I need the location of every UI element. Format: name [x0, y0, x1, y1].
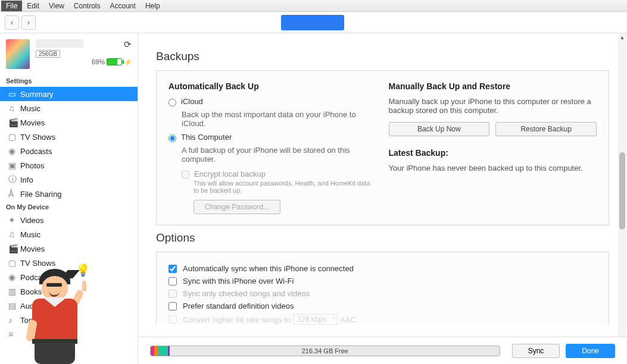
sidebar-item-music2[interactable]: ♫Music: [0, 227, 138, 241]
sidebar-item-movies[interactable]: 🎬Movies: [0, 115, 138, 130]
music-icon: ♫: [8, 103, 20, 113]
summary-icon: ▭: [8, 89, 20, 99]
sidebar-item-more[interactable]: ≡: [0, 327, 138, 341]
filesharing-icon: Å: [8, 189, 20, 199]
sidebar-item-tvshows[interactable]: ▢TV Shows: [0, 130, 138, 144]
sidebar-item-tones[interactable]: ♪Tones: [0, 313, 138, 327]
checkedonly-checkbox[interactable]: [169, 290, 177, 298]
sidebar-item-tvshows2[interactable]: ▢TV Shows: [0, 256, 138, 270]
restore-backup-button[interactable]: Restore Backup: [495, 122, 597, 136]
menu-account[interactable]: Account: [105, 1, 141, 11]
navbar: ‹ ›: [0, 12, 627, 33]
podcast-icon: ◉: [8, 272, 20, 282]
options-heading: Options: [156, 231, 609, 244]
sidebar-item-audiobooks[interactable]: ▤Audiobooks: [0, 299, 138, 313]
capacity-tag: 256GB: [36, 50, 60, 58]
scroll-thumb[interactable]: [619, 152, 625, 230]
scrollbar[interactable]: ▲: [618, 33, 626, 337]
backups-heading: Backups: [156, 50, 609, 63]
device-name: [36, 39, 83, 48]
podcast-icon: ◉: [8, 146, 20, 156]
sidebar-item-photos[interactable]: ▣Photos: [0, 158, 138, 172]
bitrate-dropdown[interactable]: 128 kbps: [293, 314, 338, 325]
sdvideo-checkbox[interactable]: [169, 302, 177, 310]
sidebar-item-info[interactable]: ⓘInfo: [0, 172, 138, 187]
storage-bar: 216.34 GB Free: [150, 346, 500, 356]
sidebar-item-podcasts2[interactable]: ◉Podcasts: [0, 270, 138, 284]
thiscomputer-radio[interactable]: [169, 134, 176, 142]
settings-section-title: Settings: [0, 75, 138, 87]
storage-free-label: 216.34 GB Free: [151, 347, 500, 354]
manual-backup-subtext: Manually back up your iPhone to this com…: [389, 97, 597, 115]
forward-button[interactable]: ›: [21, 15, 36, 30]
photos-icon: ▣: [8, 161, 20, 170]
tv-icon: ▢: [8, 132, 20, 142]
encrypt-checkbox[interactable]: [182, 171, 189, 178]
options-panel: Automatically sync when this iPhone is c…: [156, 252, 609, 325]
sidebar-item-videos[interactable]: ✦Videos: [0, 213, 138, 227]
sync-button[interactable]: Sync: [512, 344, 560, 358]
sidebar-item-filesharing[interactable]: ÅFile Sharing: [0, 187, 138, 201]
center-button[interactable]: [281, 15, 344, 30]
menu-help[interactable]: Help: [141, 1, 165, 11]
done-button[interactable]: Done: [566, 344, 615, 358]
tv-icon: ▢: [8, 258, 20, 268]
backup-now-button[interactable]: Back Up Now: [389, 122, 490, 136]
menu-edit[interactable]: Edit: [22, 1, 44, 11]
sidebar-item-music[interactable]: ♫Music: [0, 101, 138, 115]
icloud-subtext: Back up the most important data on your …: [182, 110, 377, 128]
more-icon: ≡: [8, 330, 20, 339]
autosync-checkbox[interactable]: [169, 265, 177, 273]
scroll-up-icon[interactable]: ▲: [618, 34, 626, 40]
videos-icon: ✦: [8, 215, 20, 225]
change-password-button[interactable]: Change Password...: [194, 200, 280, 214]
sidebar-item-books[interactable]: ▥Books: [0, 284, 138, 299]
info-icon: ⓘ: [8, 174, 20, 185]
menu-file[interactable]: File: [1, 1, 22, 11]
device-thumb-icon: [6, 39, 30, 69]
encrypt-subtext: This will allow account passwords, Healt…: [194, 180, 372, 194]
backups-panel: Automatically Back Up iCloud Back up the…: [156, 70, 609, 225]
codec-label: AAC: [340, 315, 356, 324]
bottom-bar: 216.34 GB Free Sync Done: [138, 337, 627, 364]
movies-icon: 🎬: [8, 118, 20, 127]
icloud-radio[interactable]: [169, 99, 176, 106]
convert-checkbox[interactable]: [169, 315, 177, 324]
auto-backup-title: Automatically Back Up: [169, 81, 377, 91]
back-button[interactable]: ‹: [5, 15, 19, 30]
thiscomputer-label: This Computer: [181, 133, 232, 142]
wifisync-checkbox[interactable]: [169, 277, 177, 285]
music-icon: ♫: [8, 230, 20, 239]
menu-view[interactable]: View: [44, 1, 69, 11]
latest-backup-text: Your iPhone has never been backed up to …: [389, 164, 597, 172]
convert-label: Convert higher bit rate songs to: [183, 315, 291, 324]
onmydevice-section-title: On My Device: [0, 201, 138, 213]
tones-icon: ♪: [8, 315, 20, 325]
audiobooks-icon: ▤: [8, 301, 20, 310]
thiscomputer-subtext: A full backup of your iPhone will be sto…: [182, 146, 377, 164]
sidebar-item-summary[interactable]: ▭Summary: [0, 87, 138, 101]
icloud-label: iCloud: [181, 97, 203, 106]
encrypt-label: Encrypt local backup: [194, 170, 266, 178]
content-pane: Backups Automatically Back Up iCloud Bac…: [138, 33, 627, 364]
device-block: 256GB ⟳ 69% ⚡: [0, 33, 138, 75]
refresh-icon[interactable]: ⟳: [92, 39, 132, 50]
wifisync-label: Sync with this iPhone over Wi-Fi: [183, 277, 294, 285]
menu-controls[interactable]: Controls: [69, 1, 105, 11]
movies-icon: 🎬: [8, 244, 20, 253]
sidebar-item-podcasts[interactable]: ◉Podcasts: [0, 144, 138, 158]
latest-backup-title: Latest Backup:: [389, 148, 597, 158]
autosync-label: Automatically sync when this iPhone is c…: [183, 264, 354, 273]
sdvideo-label: Prefer standard definition videos: [183, 302, 294, 310]
books-icon: ▥: [8, 287, 20, 296]
sidebar: 256GB ⟳ 69% ⚡ Settings ▭Summary ♫Music 🎬…: [0, 33, 138, 364]
checkedonly-label: Sync only checked songs and videos: [183, 289, 310, 298]
menubar: File Edit View Controls Account Help: [0, 0, 627, 12]
manual-backup-title: Manually Back Up and Restore: [389, 81, 597, 91]
sidebar-item-movies2[interactable]: 🎬Movies: [0, 241, 138, 256]
battery-status: 69% ⚡: [92, 58, 132, 65]
